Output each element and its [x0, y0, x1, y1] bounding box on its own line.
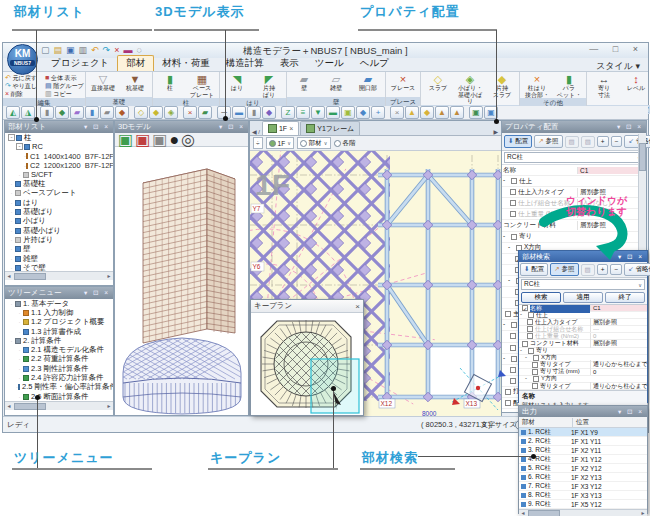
member-shortcut-icon[interactable]: ◆ — [115, 106, 129, 119]
member-list-item[interactable]: -RC — [5, 142, 113, 151]
ribbon-button-柱はり接合部・[interactable]: ×柱はり 接合部・ — [522, 73, 552, 98]
search-row[interactable]: 寄りタイプ通り心から柱心までの距離 — [519, 383, 647, 390]
property-title-bar[interactable]: プロパティ配置 ▾ ⊡ × — [502, 121, 646, 133]
member-shortcut-icon[interactable]: ▰ — [70, 106, 84, 119]
member-list-item[interactable]: ·基礎小ばり — [5, 226, 113, 235]
menu-tab-材料・荷重[interactable]: 材料・荷重 — [154, 56, 218, 71]
member-shortcut-icon[interactable]: ▬ — [326, 106, 340, 119]
member-shortcut-icon[interactable]: ◮ — [21, 106, 35, 119]
ribbon-small-コピー[interactable]: ▥ コピー — [45, 90, 83, 98]
member-list-item[interactable]: ·壁 — [5, 245, 113, 254]
scale-stepper[interactable]: ÷ — [253, 137, 263, 149]
member-list-item[interactable]: ·そで壁 — [5, 263, 113, 271]
menu-tab-プロジェクト[interactable]: プロジェクト — [43, 56, 117, 71]
member-list-item[interactable]: ·基礎柱 — [5, 179, 113, 188]
new-doc-icon[interactable]: ▢ — [41, 45, 50, 56]
ribbon-small-削除[interactable]: × 削除 — [5, 90, 43, 98]
tree-menu-item[interactable]: ·2.3 剛性計算条件 — [5, 364, 113, 373]
column-member[interactable]: 部材 — [519, 418, 573, 427]
member-shortcut-icon[interactable]: ▲ — [405, 106, 419, 119]
member-shortcut-icon[interactable]: ▮ — [40, 106, 54, 119]
member-shortcut-icon[interactable]: ◆ — [55, 106, 69, 119]
view-red-icon[interactable]: ▣ — [135, 130, 150, 149]
panel-buttons-icon[interactable]: ▾ ⊡ × — [617, 121, 643, 133]
row-checkbox[interactable]: ✓ — [522, 305, 528, 311]
menu-tab-表示[interactable]: 表示 — [272, 56, 307, 71]
member-shortcut-icon[interactable]: × — [390, 106, 404, 119]
tab-nav-right-icon[interactable]: ▶ — [490, 128, 501, 135]
save-icon[interactable]: ▣ — [66, 45, 75, 56]
row-checkbox[interactable] — [527, 326, 533, 332]
member-shortcut-icon[interactable]: × — [183, 106, 197, 119]
tree-menu-item[interactable]: ·2.6 断面計算条件 — [5, 392, 113, 401]
open-icon[interactable]: ▤ — [54, 45, 63, 56]
tree-menu-item[interactable]: ·1.3 計算書作成 — [5, 327, 113, 336]
member-shortcut-icon[interactable]: ◆ — [262, 106, 276, 119]
output-title-bar[interactable]: 出力 ▾ ⊡ × — [519, 406, 647, 417]
tree-menu-item[interactable]: ·2.2 荷重計算条件 — [5, 355, 113, 364]
ribbon-small-やり直し[interactable]: ↷ やり直し — [5, 82, 43, 90]
search-button-検索[interactable]: 検索 — [521, 292, 561, 303]
member-list-item[interactable]: ·S/CFT — [5, 170, 113, 179]
member-shortcut-icon[interactable]: + — [371, 106, 385, 119]
member-shortcut-icon[interactable]: ◈ — [164, 106, 178, 119]
ribbon-small-全体 表示[interactable]: ■ 全体 表示 — [45, 74, 83, 82]
plan-tab-Y1フレーム[interactable]: Y1フレーム — [300, 121, 360, 135]
menu-tab-部材[interactable]: 部材 — [117, 55, 154, 71]
mode-select[interactable]: 部材∨ — [297, 137, 331, 149]
member-list-item[interactable]: ·C11400x1400B7F-12F — [5, 152, 113, 161]
member-list-item[interactable]: ·雑壁 — [5, 254, 113, 263]
ribbon-button-ベースプレート[interactable]: ▦ベース プレート — [187, 73, 217, 98]
member-shortcut-icon[interactable]: ◆ — [149, 106, 163, 119]
search-type-combo[interactable]: RC柱∨ — [521, 279, 645, 290]
ribbon-button-柱[interactable]: ▮柱 — [155, 73, 185, 92]
keyplan-drawing[interactable] — [251, 313, 363, 414]
member-list-item[interactable]: ·ベースプレート — [5, 189, 113, 198]
tree-menu-item[interactable]: ·2. 計算条件 — [5, 336, 113, 345]
row-checkbox[interactable] — [510, 333, 516, 339]
search-button-適用[interactable]: 適用 — [563, 292, 603, 303]
column-position[interactable]: 位置 — [573, 418, 589, 427]
member-shortcut-icon[interactable]: ◇ — [134, 106, 148, 119]
floor-select[interactable]: 1F∨ — [266, 137, 294, 149]
add-row-button[interactable]: + — [597, 136, 609, 147]
member-list-item[interactable]: ·はり — [5, 198, 113, 207]
ribbon-button-開口部[interactable]: ▰開口部 — [353, 73, 383, 92]
remove-row-button[interactable]: − — [610, 264, 622, 275]
print-icon[interactable]: ▥ — [79, 45, 88, 56]
3d-viewport[interactable] — [115, 147, 248, 415]
member-shortcut-icon[interactable]: ▬ — [232, 106, 246, 119]
view-gray-icon[interactable]: ▣ — [152, 130, 167, 149]
row-checkbox[interactable] — [528, 312, 534, 318]
member-list-item[interactable]: -柱 — [5, 133, 113, 142]
add-row-button[interactable]: + — [597, 264, 609, 275]
ribbon-button-壁[interactable]: ▰壁 — [289, 73, 319, 92]
ribbon-small-元に戻す[interactable]: ↶ 元に戻す — [5, 74, 43, 82]
member-shortcut-icon[interactable]: ▲ — [450, 106, 464, 119]
row-checkbox[interactable] — [510, 345, 516, 351]
member-shortcut-icon[interactable]: ▰ — [198, 106, 212, 119]
row-checkbox[interactable] — [505, 311, 511, 317]
undo-icon[interactable]: ↶ — [91, 45, 99, 56]
row-checkbox[interactable] — [510, 189, 516, 195]
member-shortcut-icon[interactable]: ▮ — [85, 106, 99, 119]
member-list-title-bar[interactable]: 部材リスト ▾ ⊡ × — [5, 121, 113, 133]
member-list-item[interactable]: ·C21200x1200B7F-12F — [5, 161, 113, 170]
window-controls[interactable]: — □ × — [589, 44, 644, 54]
member-shortcut-icon[interactable]: ▣ — [469, 106, 483, 119]
keyplan-close-icon[interactable]: × — [355, 302, 360, 311]
row-checkbox[interactable] — [510, 367, 516, 373]
member-type-combo[interactable]: RC柱∨ — [504, 152, 644, 163]
row-checkbox[interactable] — [532, 369, 538, 375]
ribbon-button-小ばり・基礎小ばり[interactable]: ◈小ばり・ 基礎小ばり — [455, 73, 485, 105]
member-shortcut-icon[interactable]: ▲ — [435, 106, 449, 119]
output-hscrollbar[interactable]: ◄► — [519, 509, 647, 516]
place-button[interactable]: ⬇ 配置 — [520, 263, 548, 276]
reference-button[interactable]: ↗ 参照 — [550, 263, 578, 276]
tree-menu-item[interactable]: ·2.5 剛性率・偏心率計算条件 — [5, 383, 113, 392]
output-row[interactable]: 9. RC柱1F X5 Y12 — [519, 500, 647, 509]
row-checkbox[interactable] — [527, 319, 533, 325]
redo-icon[interactable]: ↷ — [103, 45, 111, 56]
tree-menu-title-bar[interactable]: ツリーメニュー ▾ ⊡ × — [5, 287, 113, 299]
property-row[interactable]: -仕上 — [502, 176, 646, 187]
